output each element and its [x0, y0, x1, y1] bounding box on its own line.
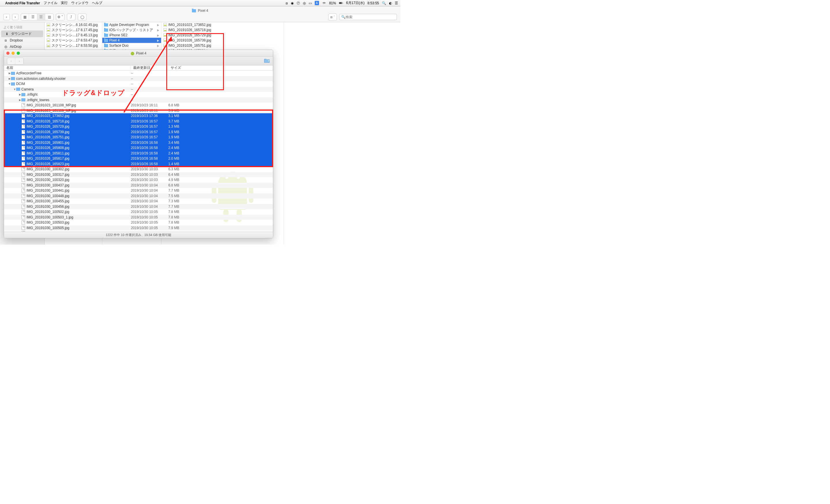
aft-row[interactable]: IMG_20191030_100302.jpg2019/10/30 10:036… [4, 166, 273, 172]
forward-button[interactable]: › [12, 14, 19, 20]
aft-row[interactable]: IMG_20191030_100455.jpg2019/10/30 10:047… [4, 198, 273, 204]
icon-view[interactable]: ▦ [21, 14, 29, 20]
col-name[interactable]: 名前 [4, 65, 131, 70]
aft-row[interactable]: IMG_20191030_100441.jpg2019/10/30 10:047… [4, 188, 273, 193]
file-icon [21, 215, 25, 219]
aft-row[interactable]: IMG_20191030_100317.jpg2019/10/30 10:036… [4, 172, 273, 178]
disclosure-triangle[interactable]: ▼ [8, 83, 11, 85]
aft-row[interactable]: ▶AzRecorderFree-- [4, 71, 273, 76]
aft-row[interactable]: IMG_20191026_165801.jpg2019/10/26 16:583… [4, 140, 273, 146]
control-center-icon[interactable]: ☰ [395, 1, 398, 5]
input-a-icon[interactable]: A [315, 1, 319, 5]
new-folder-button[interactable]: + [264, 58, 270, 64]
file-row[interactable]: IMG_20191026_165718.jpg [161, 27, 284, 33]
disclosure-triangle[interactable]: ▶ [19, 99, 21, 101]
battery-icon[interactable] [339, 1, 343, 5]
folder-row[interactable]: Surface Duo▶ [102, 43, 161, 48]
aft-row[interactable]: ▼DCIM-- [4, 81, 273, 87]
share-button[interactable]: ⤴ [67, 14, 75, 20]
tags-button[interactable]: ◯ [78, 14, 86, 20]
chevron-right-icon: ▶ [157, 39, 159, 42]
aft-row[interactable]: ▼Camera-- [4, 87, 273, 92]
gallery-view[interactable]: ▥ [45, 14, 53, 20]
aft-row[interactable]: ▶com.activision.callofduty.shooter-- [4, 76, 273, 82]
col-size[interactable]: サイズ [168, 65, 273, 70]
sidebar-item[interactable]: ⬇ダウンロード [1, 31, 43, 37]
aft-row[interactable]: IMG_20191026_165751.jpg2019/10/26 16:571… [4, 134, 273, 140]
aft-row[interactable]: IMG_20191026_165718.jpg2019/10/26 16:573… [4, 119, 273, 124]
menu-file[interactable]: ファイル [43, 1, 57, 5]
file-row[interactable]: IMG_20191026_165739.jpg [161, 38, 284, 43]
folder-row[interactable]: iPhone SE2▶ [102, 33, 161, 38]
column-view[interactable]: ☷ [37, 14, 45, 20]
dropbox-icon[interactable]: ⧈ [286, 1, 288, 5]
arrange-button[interactable]: ⚙ ˅ [56, 14, 64, 20]
siri-icon[interactable]: ◐ [389, 1, 392, 5]
dropbox-menu[interactable]: ⧈ ˅ [328, 14, 337, 20]
aft-row[interactable]: IMG_20191030_100448.jpg2019/10/30 10:047… [4, 193, 273, 199]
date[interactable]: 6月17日(水) [346, 1, 364, 5]
folder-row[interactable]: Apple Developer Program▶ [102, 22, 161, 27]
menu-help[interactable]: ヘルプ [92, 1, 102, 5]
aft-row[interactable]: IMG_20191023_173652.jpg2019/10/23 17:363… [4, 113, 273, 119]
file-icon [21, 199, 25, 203]
aft-row[interactable]: IMG_20191023_161108_MP.jpg2019/10/23 16:… [4, 103, 273, 108]
aft-row[interactable]: ▶.inflight_lowres-- [4, 97, 273, 103]
file-row[interactable]: IMG_20191026_165729.jpg [161, 33, 284, 38]
aft-file-list[interactable]: ▶AzRecorderFree--▶com.activision.callofd… [4, 71, 273, 232]
file-icon [21, 108, 25, 113]
aft-row[interactable]: IMG_20191030_100502.jpg2019/10/30 10:057… [4, 209, 273, 215]
file-row[interactable]: IMG_20191023_173652.jpg [161, 22, 284, 27]
aft-row[interactable]: IMG_20191030_100320.jpg2019/10/30 10:034… [4, 177, 273, 183]
aft-forward[interactable]: › [15, 58, 23, 64]
search-input[interactable] [346, 15, 395, 19]
aft-row[interactable]: IMG_20191026_165817.jpg2019/10/26 16:582… [4, 156, 273, 161]
aft-row[interactable]: IMG_20191030_100456.jpg2019/10/30 10:047… [4, 204, 273, 210]
aft-row[interactable]: IMG_20191026_165739.jpg2019/10/26 16:571… [4, 129, 273, 135]
sidebar-item[interactable]: ◎AirDrop [0, 43, 44, 50]
time[interactable]: 8:53:55 [368, 1, 379, 5]
menu-run[interactable]: 実行 [61, 1, 68, 5]
aft-row[interactable]: IMG_20191023_161109_MP.jpg2019/10/23 16:… [4, 108, 273, 114]
aft-row[interactable]: IMG_20191026_165811.jpg2019/10/26 16:582… [4, 151, 273, 156]
airplay-icon[interactable]: ▭ [309, 1, 312, 5]
file-icon [21, 125, 25, 128]
sidebar-item[interactable]: ⧈Dropbox [0, 37, 44, 43]
file-row[interactable]: IMG_20191026_165751.jpg [161, 43, 284, 48]
battery-pct[interactable]: 81% [329, 1, 336, 5]
file-row[interactable]: スクリーンシ…6 16.02.45.jpg [45, 22, 102, 27]
aft-titlebar[interactable]: ⬤ Pixel 4 [4, 50, 273, 57]
target-icon[interactable]: ◎ [303, 1, 306, 5]
folder-row[interactable]: iOSバックアップ・リストア▶ [102, 27, 161, 33]
spotlight-icon[interactable]: 🔍 [382, 1, 386, 5]
disclosure-triangle[interactable]: ▶ [8, 72, 11, 75]
disclosure-triangle[interactable]: ▶ [19, 93, 21, 96]
aft-row[interactable]: IMG_20191030_100503_1.jpg2019/10/30 10:0… [4, 215, 273, 220]
aft-row[interactable]: IMG_20191026_165823.jpg2019/10/26 16:581… [4, 161, 273, 167]
finder-title: Pixel 4 [0, 9, 400, 13]
aft-row[interactable]: IMG_20191026_165808.jpg2019/10/26 16:582… [4, 145, 273, 151]
folder-icon [104, 28, 108, 32]
col-date[interactable]: 最終更新日 [131, 65, 168, 70]
aft-row[interactable]: IMG_20191030_100505.jpg2019/10/30 10:057… [4, 225, 273, 231]
disclosure-triangle[interactable]: ▼ [13, 88, 16, 91]
file-row[interactable]: スクリーンシ…17 8.17.45.jpg [45, 27, 102, 33]
disclosure-triangle[interactable]: ▶ [8, 77, 11, 80]
menu-window[interactable]: ウィンドウ [71, 1, 89, 5]
folder-row[interactable]: Pixel 4▶ [102, 38, 161, 43]
cube-icon[interactable]: ◉ [291, 1, 294, 5]
aft-row[interactable]: IMG_20191026_165729.jpg2019/10/26 16:571… [4, 124, 273, 129]
aft-row[interactable]: ▶.inflight-- [4, 92, 273, 97]
app-name[interactable]: Android File Transfer [5, 1, 40, 5]
aft-back[interactable]: ‹ [7, 58, 15, 64]
ime-icon[interactable]: ㋐ [296, 1, 300, 5]
aft-row[interactable]: IMG_20191030_100503.jpg2019/10/30 10:057… [4, 220, 273, 225]
search-field[interactable]: 🔍 [339, 14, 397, 20]
file-row[interactable]: スクリーンシ…17 8.53.47.jpg [45, 38, 102, 43]
aft-row[interactable]: IMG_20191030_100437.jpg2019/10/30 10:046… [4, 183, 273, 188]
file-row[interactable]: スクリーンシ…17 8.45.13.jpg [45, 33, 102, 38]
list-view[interactable]: ☰ [29, 14, 37, 20]
file-row[interactable]: スクリーンシ…17 8.53.50.jpg [45, 43, 102, 48]
back-button[interactable]: ‹ [3, 14, 10, 20]
wifi-icon[interactable] [322, 1, 326, 5]
